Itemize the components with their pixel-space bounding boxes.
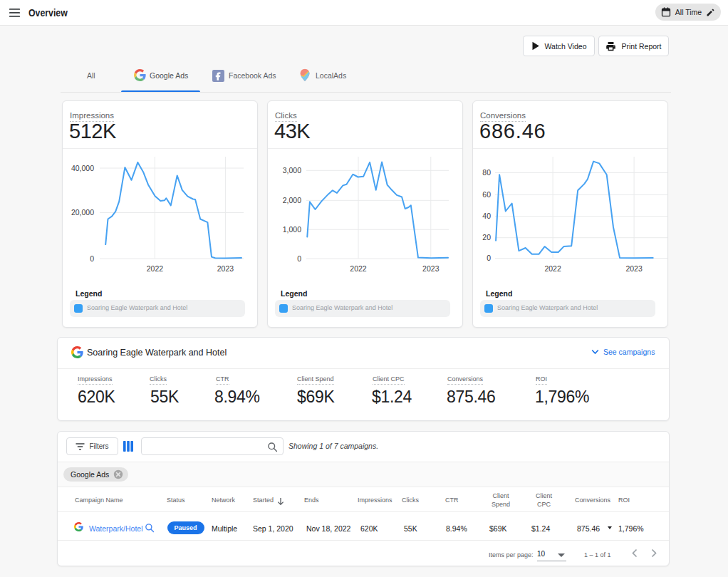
svg-text:2023: 2023	[625, 264, 643, 273]
svg-text:20: 20	[482, 233, 491, 241]
svg-text:2022: 2022	[544, 264, 561, 273]
svg-text:40: 40	[482, 212, 491, 220]
svg-text:2022: 2022	[147, 264, 164, 273]
svg-text:20,000: 20,000	[71, 208, 94, 217]
svg-text:0: 0	[90, 254, 94, 263]
svg-text:80: 80	[482, 168, 491, 177]
svg-text:60: 60	[482, 190, 491, 199]
svg-text:2,000: 2,000	[283, 196, 301, 204]
svg-text:2022: 2022	[350, 264, 367, 273]
svg-text:0: 0	[297, 254, 301, 263]
svg-text:3,000: 3,000	[283, 166, 301, 175]
svg-text:1,000: 1,000	[283, 225, 301, 234]
svg-text:40,000: 40,000	[71, 164, 94, 172]
svg-text:2023: 2023	[422, 264, 440, 273]
svg-text:2023: 2023	[217, 264, 234, 273]
svg-text:0: 0	[487, 254, 491, 262]
